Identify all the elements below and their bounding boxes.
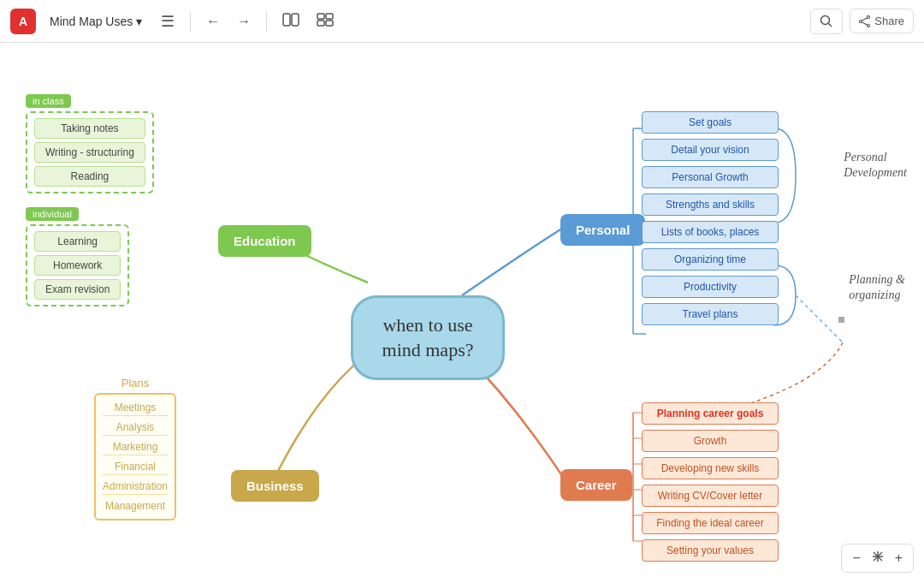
chevron-down-icon: ▾ [136, 15, 142, 28]
biz-item-marketing: Marketing [103, 439, 168, 455]
personal-item-travel: Travel plans [642, 303, 779, 325]
svg-rect-3 [326, 14, 333, 19]
individual-tag: individual [26, 207, 79, 221]
edu-item-exam: Exam revision [34, 279, 121, 300]
toolbar: A Mind Map Uses ▾ ☰ ← → Share [0, 0, 924, 43]
career-item-ideal-career: Finding the ideal career [642, 512, 779, 534]
title-dropdown[interactable]: Mind Map Uses ▾ [43, 11, 149, 32]
svg-line-11 [862, 17, 868, 21]
planning-organizing-annotation: Planning &organizing [849, 272, 905, 303]
svg-line-7 [829, 23, 832, 27]
logo-button[interactable]: A [10, 9, 36, 34]
edu-item-writing: Writing - structuring [34, 142, 145, 163]
career-item-planning: Planning career goals [642, 402, 779, 425]
redo-button[interactable]: → [232, 10, 256, 33]
undo-button[interactable]: ← [201, 10, 225, 33]
svg-rect-0 [283, 14, 290, 26]
individual-box: Learning Homework Exam revision [26, 224, 129, 306]
edu-item-homework: Homework [34, 255, 121, 276]
education-node[interactable]: Education [218, 225, 311, 257]
career-item-skills: Developing new skills [642, 457, 779, 479]
svg-point-8 [868, 15, 870, 18]
personal-items: Set goals Detail your vision Personal Gr… [642, 111, 779, 325]
toolbar-divider2 [266, 11, 267, 32]
personal-item-productivity: Productivity [642, 276, 779, 298]
toolbar-right: Share [810, 9, 914, 34]
career-node[interactable]: Career [560, 469, 632, 501]
zoom-toolbar: − + [841, 544, 914, 573]
business-box: Meetings Analysis Marketing Financial Ad… [94, 393, 176, 521]
svg-line-24 [796, 295, 843, 342]
in-class-box: Taking notes Writing - structuring Readi… [26, 111, 154, 193]
biz-item-admin: Administration [103, 479, 168, 495]
biz-item-financial: Financial [103, 459, 168, 475]
career-item-growth: Growth [642, 430, 779, 452]
search-button[interactable] [810, 9, 843, 34]
career-items: Planning career goals Growth Developing … [642, 402, 779, 562]
edu-item-learning: Learning [34, 231, 121, 252]
edu-item-taking-notes: Taking notes [34, 118, 145, 139]
svg-point-6 [821, 15, 830, 24]
personal-item-detail-vision: Detail your vision [642, 139, 779, 161]
svg-rect-1 [292, 14, 299, 26]
svg-rect-2 [317, 14, 324, 19]
svg-rect-5 [326, 21, 333, 26]
biz-item-analysis: Analysis [103, 419, 168, 436]
share-button[interactable]: Share [850, 9, 914, 33]
biz-item-meetings: Meetings [103, 400, 168, 416]
shape1-button[interactable] [277, 9, 305, 33]
business-plans-label: Plans [94, 377, 176, 390]
personal-item-strengths: Strengths and skills [642, 193, 779, 216]
center-node: when to use mind maps? [351, 295, 505, 380]
svg-point-10 [860, 20, 862, 22]
education-group: in class Taking notes Writing - structur… [26, 94, 154, 313]
shape2-button[interactable] [311, 9, 339, 33]
career-item-values: Setting your values [642, 539, 779, 562]
mind-map-canvas: when to use mind maps? Education in clas… [0, 43, 924, 583]
svg-point-9 [868, 24, 870, 27]
personal-item-personal-growth: Personal Growth [642, 166, 779, 188]
svg-rect-4 [317, 21, 324, 26]
personal-item-set-goals: Set goals [642, 111, 779, 134]
personal-item-lists: Lists of books, places [642, 221, 779, 243]
personal-development-annotation: PersonalDevelopment [844, 150, 907, 181]
personal-item-organizing: Organizing time [642, 248, 779, 271]
business-node[interactable]: Business [231, 470, 319, 502]
zoom-icon [868, 548, 888, 568]
in-class-tag: in class [26, 94, 71, 108]
toolbar-divider [190, 11, 191, 32]
business-group: Plans Meetings Analysis Marketing Financ… [94, 377, 176, 521]
zoom-in-button[interactable]: + [890, 549, 908, 568]
svg-rect-32 [838, 317, 844, 323]
biz-item-management: Management [103, 498, 168, 514]
career-item-cv: Writing CV/Cover letter [642, 485, 779, 507]
menu-icon-button[interactable]: ☰ [156, 9, 180, 34]
edu-item-reading: Reading [34, 166, 145, 187]
zoom-out-button[interactable]: − [847, 549, 865, 568]
personal-node[interactable]: Personal [560, 214, 645, 246]
svg-line-12 [862, 21, 868, 25]
